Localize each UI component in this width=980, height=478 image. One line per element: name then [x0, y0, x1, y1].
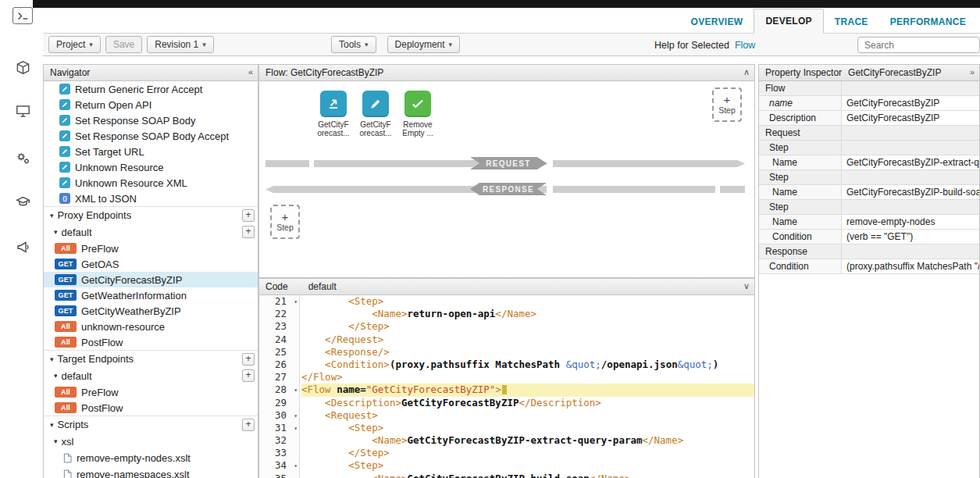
gutter-line-28[interactable]: 28▾	[259, 383, 299, 396]
nav-item-unknown-resource[interactable]: Unknown Resource	[44, 159, 258, 175]
add-button[interactable]: +	[242, 419, 255, 431]
gutter-line-27[interactable]: 27	[259, 371, 299, 383]
revision-menu-button[interactable]: Revision 1 ▾	[147, 36, 214, 53]
nav-item-postflow[interactable]: AllPostFlow	[44, 334, 258, 350]
nav-item-set-response-soap-body-accept[interactable]: Set Response SOAP Body Accept	[44, 128, 258, 144]
gutter-line-21[interactable]: 21▾	[259, 295, 299, 308]
nav-item-proxy-endpoints[interactable]: ▾Proxy Endpoints+	[44, 206, 258, 223]
code-line-21[interactable]: <Step>	[301, 295, 754, 308]
code-line-26[interactable]: <Condition>(proxy.pathsuffix MatchesPath…	[301, 358, 754, 371]
gutter-line-26[interactable]: 26	[259, 358, 299, 371]
nav-item-xsl[interactable]: ▾xsl	[44, 433, 258, 450]
nav-item-postflow[interactable]: AllPostFlow	[44, 400, 258, 416]
code-line-35[interactable]: <Name>GetCityForecastByZIP-build-soap</N…	[301, 473, 754, 478]
gutter-line-33[interactable]: 33	[259, 447, 299, 459]
tab-performance[interactable]: PERFORMANCE	[879, 10, 977, 34]
code-line-32[interactable]: <Name>GetCityForecastByZIP-extract-query…	[301, 434, 754, 447]
collapse-right-icon[interactable]: »	[970, 67, 975, 77]
search-input[interactable]	[857, 37, 980, 53]
gutter-line-25[interactable]: 25	[259, 346, 299, 358]
nav-item-xml-to-json[interactable]: {}XML to JSON	[44, 191, 258, 206]
flow-step-1[interactable]: GetCityForecast...	[315, 91, 351, 137]
nav-item-getoas[interactable]: GETGetOAS	[44, 256, 258, 272]
inspector-row-value[interactable]: GetCityForecastByZIP	[842, 96, 979, 110]
flow-step-3[interactable]: RemoveEmpty ...	[400, 91, 436, 137]
gutter-line-24[interactable]: 24	[259, 334, 299, 346]
fold-caret-icon[interactable]: ▾	[294, 384, 298, 397]
flow-step-2[interactable]: GetCityForecast...	[358, 91, 394, 137]
api-proxies-icon[interactable]	[12, 58, 33, 77]
nav-item-default[interactable]: ▾default+	[44, 223, 258, 241]
code-line-22[interactable]: <Name>return-open-api</Name>	[301, 308, 754, 320]
add-step-button-bottom[interactable]: + Step	[270, 205, 300, 239]
code-editor[interactable]: 21▾22232425262728▾2930▾31▾323334▾35 <Ste…	[259, 295, 754, 478]
help-flow-link[interactable]: Flow	[735, 40, 755, 51]
nav-item-preflow[interactable]: AllPreFlow	[44, 384, 258, 400]
nav-item-target-endpoints[interactable]: ▾Target Endpoints+	[44, 350, 258, 367]
inspector-row-value[interactable]: GetCityForecastByZIP-build-soap	[842, 185, 979, 199]
nav-item-set-target-url[interactable]: Set Target URL	[44, 144, 258, 159]
fold-caret-icon[interactable]: ▾	[294, 410, 298, 423]
line-number: 28	[275, 383, 287, 395]
project-menu-button[interactable]: Project ▾	[48, 36, 101, 53]
nav-item-return-generic-error-accept[interactable]: Return Generic Error Accept	[44, 81, 258, 97]
nav-item-getcityforecastbyzip[interactable]: GETGetCityForecastByZIP	[44, 272, 258, 287]
nav-item-getweatherinformation[interactable]: GETGetWeatherInformation	[44, 287, 258, 303]
code-line-29[interactable]: <Description>GetCityForecastByZIP</Descr…	[301, 397, 754, 409]
code-line-27[interactable]: </Flow>	[301, 371, 754, 383]
code-line-31[interactable]: <Step>	[301, 422, 754, 434]
inspector-row-value[interactable]: (proxy.pathsuffix MatchesPath "/c	[842, 259, 979, 273]
gutter-line-29[interactable]: 29	[259, 397, 299, 409]
save-button[interactable]: Save	[105, 36, 142, 53]
fold-caret-icon[interactable]: ▾	[294, 460, 298, 473]
add-button[interactable]: +	[242, 353, 255, 366]
tab-develop[interactable]: DEVELOP	[754, 9, 823, 34]
announcements-icon[interactable]	[12, 237, 33, 256]
gutter-line-30[interactable]: 30▾	[259, 409, 299, 422]
nav-item-remove-empty-nodes-xslt[interactable]: remove-empty-nodes.xslt	[44, 450, 258, 466]
fold-caret-icon[interactable]: ▾	[294, 423, 298, 435]
fold-caret-icon[interactable]: ▾	[294, 296, 298, 309]
gutter-line-31[interactable]: 31▾	[259, 422, 299, 434]
nav-item-return-open-api[interactable]: Return Open API	[44, 97, 258, 112]
add-step-button-top[interactable]: + Step	[712, 87, 742, 122]
add-button[interactable]: +	[242, 226, 255, 238]
code-line-28[interactable]: <Flow name="GetCityForecastByZIP">	[301, 383, 754, 396]
deployment-menu-button[interactable]: Deployment ▾	[387, 36, 461, 53]
inspector-row-value[interactable]: GetCityForecastByZIP-extract-qu	[842, 155, 979, 169]
inspector-row-value[interactable]: remove-empty-nodes	[842, 215, 979, 229]
code-line-24[interactable]: </Request>	[301, 334, 754, 346]
learn-icon[interactable]	[12, 192, 33, 211]
nav-item-unknown-resource-xml[interactable]: Unknown Resource XML	[44, 175, 258, 191]
code-line-33[interactable]: </Step>	[301, 447, 754, 459]
admin-icon[interactable]	[12, 148, 33, 167]
nav-item-unknown-resource[interactable]: Allunknown-resource	[44, 319, 258, 334]
code-line-34[interactable]: <Step>	[301, 459, 754, 472]
terminal-icon[interactable]	[12, 7, 33, 24]
add-button[interactable]: +	[242, 209, 255, 222]
publish-icon[interactable]	[12, 102, 33, 120]
nav-item-remove-namespaces-xslt[interactable]: remove-namespaces.xslt	[44, 466, 258, 478]
nav-item-set-response-soap-body[interactable]: Set Response SOAP Body	[44, 112, 258, 128]
nav-item-preflow[interactable]: AllPreFlow	[44, 241, 258, 256]
gutter-line-32[interactable]: 32	[259, 434, 299, 447]
inspector-row-value[interactable]: (verb == "GET")	[842, 230, 979, 244]
tools-menu-button[interactable]: Tools ▾	[331, 36, 376, 53]
code-line-25[interactable]: <Response/>	[301, 346, 754, 358]
gutter-line-35[interactable]: 35	[259, 473, 299, 478]
collapse-down-icon[interactable]: ∨	[743, 281, 750, 291]
tab-overview[interactable]: OVERVIEW	[680, 10, 754, 34]
gutter-line-23[interactable]: 23	[259, 320, 299, 333]
tab-trace[interactable]: TRACE	[824, 10, 879, 34]
inspector-row-value[interactable]: GetCityForecastByZIP	[842, 111, 979, 125]
nav-item-default[interactable]: ▾default+	[44, 367, 258, 384]
collapse-up-icon[interactable]: ∧	[743, 67, 750, 77]
add-button[interactable]: +	[242, 369, 255, 382]
gutter-line-34[interactable]: 34▾	[259, 459, 299, 472]
code-line-23[interactable]: </Step>	[301, 320, 754, 333]
gutter-line-22[interactable]: 22	[259, 308, 299, 320]
nav-item-getcityweatherbyzip[interactable]: GETGetCityWeatherByZIP	[44, 303, 258, 319]
collapse-left-icon[interactable]: «	[248, 67, 253, 77]
code-line-30[interactable]: <Request>	[301, 409, 754, 422]
nav-item-scripts[interactable]: ▾Scripts+	[44, 416, 258, 433]
